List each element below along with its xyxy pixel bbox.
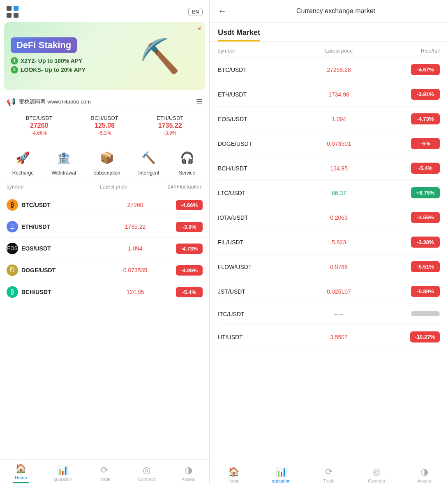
banner-title: DeFi Staking <box>11 37 77 53</box>
row-symbol: BCH/USDT <box>218 165 298 172</box>
change-badge: +6.75% <box>411 187 440 198</box>
quick-action-intelligent[interactable]: 🔨 Intelligent <box>138 148 159 176</box>
left-bottom-nav: 🏠 Home 📊 quotation ⟳ Trade ◎ Contract ◑ … <box>0 460 209 485</box>
right-nav-trade[interactable]: ⟳ Trade <box>316 467 341 483</box>
right-nav-contract[interactable]: ◎ Contract <box>364 467 389 483</box>
banner-circle-2: 2 <box>11 66 18 74</box>
table-row[interactable]: Ξ ETH/USDT 1735.22 -3.9% <box>3 216 206 237</box>
quick-action-recharge[interactable]: 🚀 Recharge <box>12 148 34 176</box>
nav-contract-label: Contract <box>368 478 385 483</box>
service-label: Service <box>179 170 195 176</box>
table-row[interactable]: ₿ BTC/USDT 27260 -4.66% <box>3 194 206 216</box>
table-row[interactable]: HT/USDT 3.5507 -10.27% <box>218 325 440 349</box>
row-price: 0.025107 <box>298 288 379 295</box>
table-row[interactable]: EOS/USDT 1.094 -4.73% <box>218 107 440 131</box>
right-header: ← Currency exchange market <box>210 0 448 23</box>
row-change: -3.91% <box>379 89 440 100</box>
table-row[interactable]: EOS EOS/USDT 1.094 -4.73% <box>3 237 206 259</box>
table-row[interactable]: FLOW/USDT 0.9768 -5.51% <box>218 255 440 279</box>
table-row[interactable]: ₿ BCH/USDT 124.95 -5.4% <box>3 281 206 303</box>
logo-icon[interactable] <box>7 6 19 18</box>
menu-icon[interactable]: ☰ <box>196 97 203 106</box>
ticker-eth-symbol: ETH/USDT <box>157 115 183 121</box>
right-bottom-nav: 🏠 Home 📊 quotation ⟳ Trade ◎ Contract ◑ … <box>210 463 448 485</box>
right-nav-home[interactable]: 🏠 Home <box>221 467 246 483</box>
change-badge: -5.4% <box>176 287 203 297</box>
right-nav-quotation[interactable]: 📊 quotation <box>269 467 293 483</box>
ticker-btc[interactable]: BTC/USDT 27260 -4.66% <box>26 115 53 136</box>
row-symbol: JST/USDT <box>218 288 298 295</box>
ticker-bch[interactable]: BCH/USDT 125.08 -5.3% <box>91 115 118 136</box>
row-price: 27255.28 <box>298 67 379 73</box>
table-row[interactable]: IOTA/USDT 0.2063 -3.55% <box>218 205 440 230</box>
nav-contract-label: Contract <box>138 477 155 482</box>
nav-home-label: Home <box>227 478 239 483</box>
left-nav-contract[interactable]: ◎ Contract <box>134 465 159 482</box>
table-row[interactable]: BTC/USDT 27255.28 -4.67% <box>218 57 440 82</box>
nav-active-indicator <box>13 482 29 483</box>
row-change: -5.89% <box>379 286 440 297</box>
change-badge: -4.66% <box>176 200 203 210</box>
contract-icon: ◎ <box>373 467 381 477</box>
quick-action-service[interactable]: 🎧 Service <box>177 148 197 176</box>
left-nav-quotation[interactable]: 📊 quotation <box>51 465 75 482</box>
coin-price: 1735.22 <box>95 223 176 230</box>
change-badge: -5.89% <box>411 286 440 297</box>
quick-action-withdrawal[interactable]: 🏦 Withdrawal <box>51 148 76 176</box>
usdt-market-label: Usdt Market <box>218 28 260 41</box>
contract-icon: ◎ <box>143 465 150 476</box>
row-change <box>379 310 440 318</box>
left-nav-home[interactable]: 🏠 Home <box>9 463 33 483</box>
quick-action-subscription[interactable]: 📦 subscription <box>94 148 120 176</box>
left-nav-trade[interactable]: ⟳ Trade <box>92 465 117 482</box>
table-row[interactable]: JST/USDT 0.025107 -5.89% <box>218 279 440 304</box>
banner-item-2: 2 LOOKS- Up to 20% APY <box>11 66 85 74</box>
home-icon: 🏠 <box>15 463 26 474</box>
coin-price: 0.073535 <box>95 267 176 274</box>
row-symbol: HT/USDT <box>218 334 298 340</box>
row-price: 0.073501 <box>298 140 379 147</box>
nav-quotation-label: quotation <box>53 477 72 482</box>
coin-name: DOGE/USDT <box>21 267 95 274</box>
banner-content: DeFi Staking 1 X2Y2- Up to 100% APY 2 LO… <box>11 37 85 75</box>
row-change: -5% <box>379 138 440 149</box>
ticker-bch-change: -5.3% <box>91 130 118 136</box>
change-badge: -4.73% <box>176 244 203 254</box>
row-symbol: ITC/USDT <box>218 311 298 317</box>
row-change: -4.73% <box>379 113 440 124</box>
right-nav-assets[interactable]: ◑ Assets <box>412 467 436 483</box>
table-row[interactable]: ITC/USDT --.-- <box>218 304 440 325</box>
language-button[interactable]: EN <box>188 8 203 16</box>
row-symbol: DOGE/USDT <box>218 140 298 147</box>
bch-icon: ₿ <box>7 286 18 298</box>
table-row[interactable]: ETH/USDT 1734.98 -3.91% <box>218 82 440 107</box>
change-badge <box>411 311 440 316</box>
table-row[interactable]: FIL/USDT 5.623 -3.38% <box>218 230 440 255</box>
row-symbol: FIL/USDT <box>218 239 298 246</box>
intelligent-label: Intelligent <box>138 170 159 176</box>
row-price: 1734.98 <box>298 91 379 98</box>
row-symbol: EOS/USDT <box>218 116 298 122</box>
table-row[interactable]: BCH/USDT 124.95 -5.4% <box>218 156 440 181</box>
banner-close-icon[interactable]: ✕ <box>197 25 202 32</box>
left-nav-assets[interactable]: ◑ Assets <box>176 465 201 482</box>
change-badge: -10.27% <box>410 331 440 342</box>
coin-name: ETH/USDT <box>21 223 95 230</box>
trade-icon: ⟳ <box>325 467 333 477</box>
usdt-market-tab[interactable]: Usdt Market <box>210 23 448 42</box>
table-row[interactable]: Ð DOGE/USDT 0.073535 -4.95% <box>3 259 206 281</box>
right-panel: ← Currency exchange market Usdt Market s… <box>210 0 448 485</box>
change-badge: -4.73% <box>411 113 440 124</box>
table-row[interactable]: LTC/USDT 86.37 +6.75% <box>218 181 440 205</box>
row-price: 0.9768 <box>298 264 379 270</box>
btc-icon: ₿ <box>7 199 18 211</box>
row-price: 3.5507 <box>298 334 379 340</box>
change-badge: -3.91% <box>411 89 440 100</box>
ticker-btc-symbol: BTC/USDT <box>26 115 53 121</box>
ticker-eth[interactable]: ETH/USDT 1735.22 -3.9% <box>157 115 183 136</box>
announcement-text: 蜜桃源码网-www.mitaobo.com <box>19 98 193 106</box>
box-icon: 📦 <box>97 148 117 168</box>
eos-icon: EOS <box>7 243 18 254</box>
back-button[interactable]: ← <box>218 6 227 16</box>
table-row[interactable]: DOGE/USDT 0.073501 -5% <box>218 131 440 156</box>
